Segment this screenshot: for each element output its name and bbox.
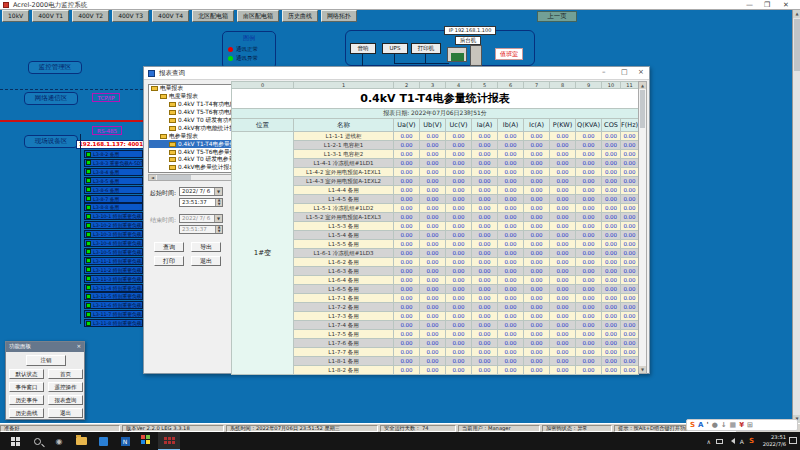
row-name-cell: L1-7-7 备用	[294, 348, 394, 357]
sogou-icon[interactable]: S	[749, 437, 754, 445]
sogou-toolbar-icon-2[interactable]: A	[698, 420, 703, 430]
device-item[interactable]: L3-8-8 备用	[84, 203, 143, 211]
device-item[interactable]: L3-8-6 备用	[84, 186, 143, 194]
tab-9[interactable]: 网络拓扑	[321, 10, 357, 22]
sogou-toolbar-icon-1[interactable]: S	[690, 420, 695, 430]
row-value-cell: 0.00	[524, 159, 550, 168]
maximize-icon[interactable]: ❐	[764, 0, 770, 10]
taskbar-app-start[interactable]	[4, 432, 26, 450]
panel-button-8[interactable]: 退出	[48, 408, 83, 418]
tab-4[interactable]: 400V T3	[112, 10, 149, 22]
close-icon[interactable]: ✕	[783, 0, 789, 10]
display-icon[interactable]	[716, 439, 723, 444]
sogou-toolbar-icon-7[interactable]: ¥	[739, 420, 744, 430]
tab-7[interactable]: 南区配电箱	[237, 10, 279, 22]
panel-button-6[interactable]: 报表查询	[48, 395, 83, 405]
query-button[interactable]: 查询	[154, 242, 184, 252]
chevron-down-icon[interactable]: ▼	[214, 188, 222, 195]
taskbar-app-explorer[interactable]	[70, 432, 92, 450]
taskbar-app-acrel[interactable]	[158, 432, 180, 450]
device-item[interactable]: L3-11-6 特别重要负载A	[84, 301, 143, 309]
previous-page-button[interactable]: 上一页	[537, 11, 577, 22]
device-item[interactable]: L3-10-5 特别重要负载A	[84, 248, 143, 256]
device-item[interactable]: L3-10-3 特别重要负载A	[84, 230, 143, 238]
row-value-cell: 0.00	[394, 321, 420, 330]
input-language-icon[interactable]: A	[740, 438, 744, 445]
device-label: L3-10-2 特别重要负载A	[93, 222, 143, 228]
panel-button-2[interactable]: 首页	[48, 369, 83, 379]
scroll-left-icon[interactable]: ◄	[149, 175, 156, 180]
dialog-close-icon[interactable]: ×	[638, 68, 644, 76]
sogou-input-toolbar[interactable]: SA'●↓▦¥⊞	[686, 419, 798, 431]
sogou-toolbar-icon-5[interactable]: ↓	[721, 420, 727, 430]
taskbar-app-grid4[interactable]	[136, 432, 158, 450]
taskbar-app-appn[interactable]: N	[114, 432, 136, 450]
row-value-cell: 0.00	[472, 303, 498, 312]
row-value-cell: 0.00	[621, 303, 639, 312]
sogou-toolbar-icon-8[interactable]: ⊞	[747, 420, 753, 430]
row-value-cell: 0.00	[420, 186, 446, 195]
device-item[interactable]: L3-10-2 特别重要负载A	[84, 221, 143, 229]
device-item[interactable]: L3-11-7 特别重要负载A	[84, 310, 143, 318]
panel-button-7[interactable]: 历史曲线	[9, 408, 44, 418]
sogou-toolbar-icon-6[interactable]: ▦	[730, 420, 737, 430]
tab-1[interactable]: 10kV	[2, 10, 29, 22]
taskbar-app-search[interactable]	[26, 432, 48, 450]
dialog-maximize-icon[interactable]: □	[621, 68, 628, 76]
start-time-spinner[interactable]: 23:51:37 ▲▼	[179, 198, 223, 207]
tab-6[interactable]: 北区配电箱	[192, 10, 234, 22]
scroll-down-icon[interactable]: ▼	[639, 366, 646, 373]
scroll-up-icon[interactable]: ▲	[793, 10, 800, 18]
tray-expand-icon[interactable]: ∧	[706, 438, 710, 445]
row-value-cell: 0.00	[550, 339, 576, 348]
row-value-cell: 0.00	[576, 204, 602, 213]
table-vertical-scrollbar[interactable]: ▲ ▼	[638, 81, 647, 374]
volume-icon[interactable]	[728, 438, 735, 444]
spinner-icon[interactable]: ▲▼	[215, 199, 222, 206]
device-item[interactable]: L3-11-3 特别重要负载A	[84, 275, 143, 283]
scrollbar-thumb[interactable]	[794, 19, 800, 71]
taskbar-app-taskview[interactable]: ◉	[48, 432, 70, 450]
device-item[interactable]: L3-11-4 特别重要负载A	[84, 284, 143, 292]
device-item[interactable]: L3-10-1 特别重要负载DCS A	[84, 212, 143, 220]
device-item[interactable]: L3-8-7 备用	[84, 195, 143, 203]
scrollbar-thumb[interactable]	[157, 175, 191, 180]
main-vertical-scrollbar[interactable]: ▲ ▼	[792, 10, 800, 423]
tab-2[interactable]: 400V T1	[32, 10, 69, 22]
print-button[interactable]: 打印	[154, 256, 184, 266]
taskbar-app-appblue[interactable]	[92, 432, 114, 450]
tab-8[interactable]: 历史曲线	[282, 10, 318, 22]
dialog-titlebar[interactable]: 报表查询 – □ ×	[144, 67, 649, 80]
start-date-combo[interactable]: 2022/ 7/ 6 ▼	[179, 187, 223, 196]
sogou-toolbar-icon-3[interactable]: '	[706, 420, 708, 430]
notification-center-icon[interactable]	[789, 437, 797, 444]
panel-button-3[interactable]: 事件窗口	[9, 382, 44, 392]
exit-button[interactable]: 退出	[191, 256, 221, 266]
function-panel-titlebar[interactable]: 功能面板 ×	[6, 342, 84, 352]
device-item[interactable]: L3-8-4 备用	[84, 168, 143, 176]
device-item[interactable]: L3-10-4 特别重要负载A	[84, 239, 143, 247]
panel-button-4[interactable]: 遥控操作	[48, 382, 83, 392]
scrollbar-thumb[interactable]	[640, 90, 645, 128]
scroll-up-icon[interactable]: ▲	[639, 82, 646, 89]
logout-button[interactable]: 注销	[26, 355, 66, 366]
minimize-icon[interactable]: —	[746, 0, 753, 10]
device-item[interactable]: L3-11-8 特别重要负载A	[84, 319, 143, 327]
sogou-toolbar-icon-4[interactable]: ●	[712, 420, 718, 430]
export-button[interactable]: 导出	[191, 242, 221, 252]
status-square-icon	[86, 267, 91, 272]
tab-3[interactable]: 400V T2	[72, 10, 109, 22]
close-icon[interactable]: ×	[76, 342, 81, 352]
device-item[interactable]: L3-8-2 备用	[84, 150, 143, 158]
panel-button-5[interactable]: 历史事件	[9, 395, 44, 405]
row-value-cell: 0.00	[446, 159, 472, 168]
device-item[interactable]: L3-11-5 特别重要负载A	[84, 292, 143, 300]
dialog-minimize-icon[interactable]: –	[602, 68, 606, 76]
device-item[interactable]: L3-11-2 特别重要负载A	[84, 266, 143, 274]
device-item[interactable]: L3-8-3 重要负载A-5DT1	[84, 159, 143, 167]
panel-button-1[interactable]: 默认状态	[9, 369, 44, 379]
device-item[interactable]: L3-11-1 特别重要负载A	[84, 257, 143, 265]
tab-5[interactable]: 400V T4	[152, 10, 189, 22]
device-item[interactable]: L3-8-5 备用	[84, 177, 143, 185]
taskbar-clock[interactable]: 23:51 2022/7/6	[763, 434, 786, 447]
